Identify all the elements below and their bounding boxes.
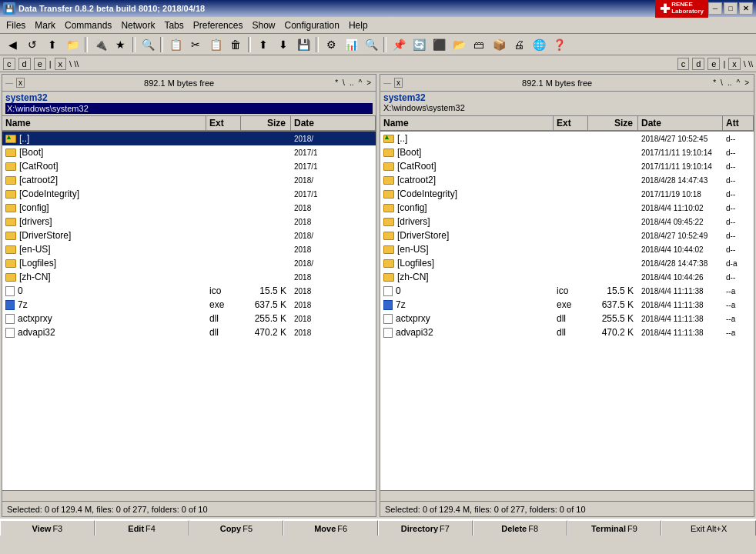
file-row[interactable]: [zh-CN] 2018/4/4 10:44:26 d--: [380, 270, 754, 284]
maximize-button[interactable]: □: [724, 2, 738, 15]
func-delete[interactable]: DeleteF8: [473, 520, 567, 536]
file-row[interactable]: ▲ [..] 2018/4/27 10:52:45 d--: [380, 132, 754, 145]
tb-save-btn[interactable]: 💾: [294, 36, 313, 53]
tb-connect-btn[interactable]: 🔌: [91, 36, 109, 53]
tb-back-btn[interactable]: ◀: [3, 36, 22, 53]
tb-help-btn[interactable]: ❓: [550, 36, 568, 53]
file-row[interactable]: 7z exe 637.5 K 2018/4/4 11:11:38 --a: [380, 298, 754, 312]
tb-open-btn[interactable]: 📂: [450, 36, 468, 53]
file-row[interactable]: advapi32 dll 470.2 K 2018/4/4 11:11:38 -…: [380, 325, 754, 339]
tb-settings-btn[interactable]: ⚙: [322, 36, 340, 53]
tb-sync-btn[interactable]: 🔄: [410, 36, 428, 53]
func-edit[interactable]: EditF4: [95, 520, 189, 536]
right-col-att[interactable]: Att: [723, 116, 754, 130]
menu-files[interactable]: Files: [2, 18, 30, 32]
left-root-btn[interactable]: x: [55, 58, 67, 70]
left-drive-c[interactable]: c: [3, 58, 15, 70]
tb-folder-btn[interactable]: 📁: [63, 36, 82, 53]
left-col-size[interactable]: Size: [241, 116, 291, 130]
right-drive-e[interactable]: e: [707, 58, 720, 70]
tb-upload-btn[interactable]: ⬆: [254, 36, 273, 53]
tb-search-btn[interactable]: 🔍: [139, 36, 157, 53]
tb-cut-btn[interactable]: ✂: [186, 36, 205, 53]
tb-up-btn[interactable]: ⬆: [43, 36, 62, 53]
file-row[interactable]: [zh-CN] 2018: [2, 270, 376, 284]
close-button[interactable]: ✕: [739, 2, 753, 15]
tb-chart-btn[interactable]: 📊: [342, 36, 360, 53]
tb-archive-btn[interactable]: 🗃: [470, 36, 488, 53]
left-col-date[interactable]: Date: [291, 116, 376, 130]
file-row[interactable]: advapi32 dll 470.2 K 2018: [2, 325, 376, 339]
tb-print-btn[interactable]: 🖨: [510, 36, 528, 53]
right-panel-close[interactable]: x: [394, 78, 403, 88]
file-row[interactable]: ▲ [..] 2018/: [2, 132, 376, 145]
file-row[interactable]: [CodeIntegrity] 2017/1: [2, 187, 376, 201]
file-row[interactable]: 7z exe 637.5 K 2018: [2, 298, 376, 312]
tb-download-btn[interactable]: ⬇: [274, 36, 293, 53]
file-row[interactable]: [Logfiles] 2018/4/28 14:47:38 d-a: [380, 256, 754, 270]
tb-fav-btn[interactable]: ★: [111, 36, 129, 53]
file-row[interactable]: [CatRoot] 2017/1: [2, 159, 376, 173]
right-file-list[interactable]: ▲ [..] 2018/4/27 10:52:45 d-- [Boot] 201…: [380, 132, 754, 490]
tb-compress-btn[interactable]: 📦: [490, 36, 508, 53]
file-row[interactable]: [drivers] 2018/4/4 09:45:22 d--: [380, 215, 754, 229]
func-view[interactable]: ViewF3: [0, 520, 95, 536]
left-file-list[interactable]: ▲ [..] 2018/ [Boot] 2017/1: [2, 132, 376, 490]
right-root-btn[interactable]: x: [728, 58, 741, 70]
file-row[interactable]: actxprxy dll 255.5 K 2018: [2, 312, 376, 325]
func-directory[interactable]: DirectoryF7: [378, 520, 473, 536]
tb-stop-btn[interactable]: ⬛: [430, 36, 448, 53]
left-panel-close[interactable]: x: [16, 78, 25, 88]
file-row[interactable]: [config] 2018/4/4 11:10:02 d--: [380, 201, 754, 215]
file-row[interactable]: [Boot] 2017/1: [2, 145, 376, 159]
file-row[interactable]: [Boot] 2017/11/11 19:10:14 d--: [380, 145, 754, 159]
menu-preferences[interactable]: Preferences: [189, 18, 248, 32]
right-h-scroll[interactable]: [380, 490, 754, 501]
tb-refresh-btn[interactable]: ↺: [23, 36, 42, 53]
left-nav-btn[interactable]: >: [365, 78, 373, 87]
right-col-size[interactable]: Size: [588, 116, 638, 130]
right-col-ext[interactable]: Ext: [554, 116, 588, 130]
left-dots-btn[interactable]: ..: [348, 78, 356, 87]
right-bs-btn[interactable]: \: [719, 78, 724, 87]
left-bs-btn[interactable]: \: [341, 78, 346, 87]
tb-pin-btn[interactable]: 📌: [390, 36, 408, 53]
file-row[interactable]: [DriverStore] 2018/4/27 10:52:49 d--: [380, 229, 754, 242]
tb-zoom-btn[interactable]: 🔍: [362, 36, 380, 53]
file-row[interactable]: [DriverStore] 2018/: [2, 229, 376, 242]
menu-network[interactable]: Network: [116, 18, 159, 32]
left-col-name[interactable]: Name: [2, 116, 206, 130]
menu-show[interactable]: Show: [247, 18, 279, 32]
file-row[interactable]: [Logfiles] 2018/: [2, 256, 376, 270]
file-row[interactable]: [CodeIntegrity] 2017/11/19 10:18 d--: [380, 187, 754, 201]
file-row[interactable]: [en-US] 2018/4/4 10:44:02 d--: [380, 242, 754, 256]
menu-mark[interactable]: Mark: [30, 18, 60, 32]
right-dots-btn[interactable]: ..: [726, 78, 734, 87]
tb-paste-btn[interactable]: 📋: [206, 36, 225, 53]
right-col-name[interactable]: Name: [380, 116, 554, 130]
left-drive-e[interactable]: e: [34, 58, 46, 70]
menu-commands[interactable]: Commands: [60, 18, 116, 32]
file-row[interactable]: [config] 2018: [2, 201, 376, 215]
tb-network-btn[interactable]: 🌐: [530, 36, 548, 53]
file-row[interactable]: [CatRoot] 2017/11/11 19:10:14 d--: [380, 159, 754, 173]
right-star-btn[interactable]: *: [711, 78, 718, 87]
right-drive-d[interactable]: d: [692, 58, 704, 70]
tb-delete-btn[interactable]: 🗑: [226, 36, 245, 53]
func-copy[interactable]: CopyF5: [189, 520, 284, 536]
left-up-btn[interactable]: ^: [356, 78, 363, 87]
file-row[interactable]: actxprxy dll 255.5 K 2018/4/4 11:11:38 -…: [380, 312, 754, 325]
right-col-date[interactable]: Date: [638, 116, 723, 130]
right-nav-btn[interactable]: >: [743, 78, 751, 87]
func-terminal[interactable]: TerminalF9: [567, 520, 662, 536]
func-exit[interactable]: Exit Alt+X: [661, 520, 756, 536]
menu-help[interactable]: Help: [344, 18, 373, 32]
left-drive-d[interactable]: d: [18, 58, 31, 70]
left-h-scroll[interactable]: [2, 490, 376, 501]
file-row[interactable]: 0 ico 15.5 K 2018: [2, 284, 376, 298]
menu-configuration[interactable]: Configuration: [279, 18, 343, 32]
func-move[interactable]: MoveF6: [283, 520, 378, 536]
menu-tabs[interactable]: Tabs: [159, 18, 188, 32]
right-drive-c[interactable]: c: [677, 58, 690, 70]
right-up-btn[interactable]: ^: [734, 78, 741, 87]
